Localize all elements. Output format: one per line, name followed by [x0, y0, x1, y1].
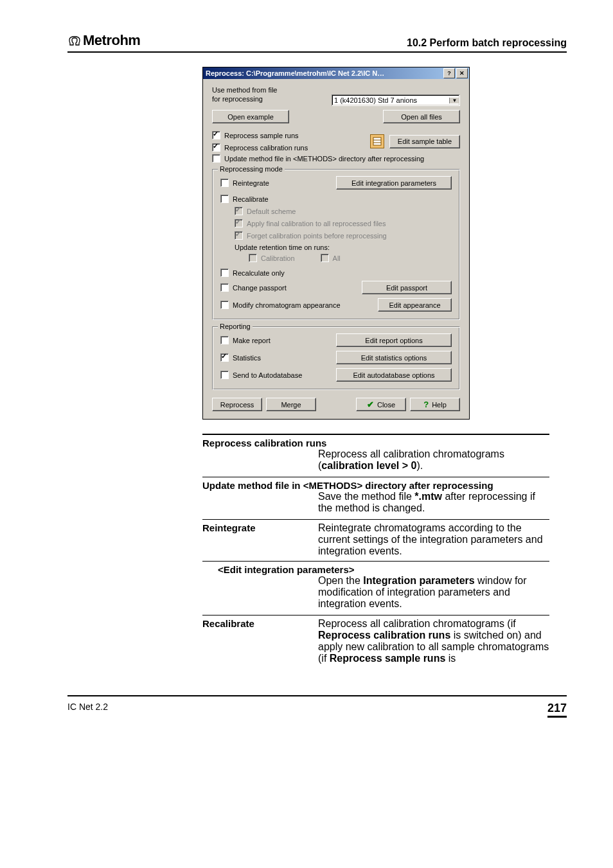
recalculate-only-checkbox[interactable]	[220, 269, 229, 277]
doc-def: Save the method file *.mtw after reproce…	[318, 491, 549, 514]
edit-sample-table-button[interactable]: Edit sample table	[389, 135, 460, 148]
doc-term: Reintegrate	[202, 522, 318, 557]
statistics-checkbox[interactable]	[220, 353, 229, 362]
help-titlebar-button[interactable]: ?	[443, 68, 455, 78]
make-report-label: Make report	[233, 337, 271, 344]
make-report-checkbox[interactable]	[220, 336, 229, 344]
doc-def: Reprocess all calibration chromatograms …	[318, 448, 549, 472]
reporting-group: Reporting Make report Edit report option…	[212, 326, 460, 390]
reprocess-dialog: Reprocess: C:\Programme\metrohm\IC Net 2…	[202, 67, 470, 420]
doc-term: Update method file in <METHODS> director…	[202, 480, 549, 491]
doc-entry: Update method file in <METHODS> director…	[202, 477, 549, 519]
reprocess-sample-checkbox[interactable]	[212, 131, 220, 139]
modify-appearance-label: Modify chromatogram appearance	[233, 301, 341, 309]
page-number: 217	[547, 702, 567, 718]
default-scheme-label: Default scheme	[247, 208, 296, 215]
svg-rect-0	[373, 137, 381, 145]
check-icon: ✔	[367, 400, 374, 409]
recalibrate-label: Recalibrate	[233, 195, 269, 203]
apply-final-checkbox	[235, 219, 243, 227]
brand-text: Metrohm	[83, 32, 140, 49]
forget-points-label: Forget calibration points before reproce…	[247, 232, 387, 240]
footer-product: IC Net 2.2	[67, 702, 108, 718]
omega-icon	[67, 35, 82, 46]
edit-appearance-button[interactable]: Edit appearance	[378, 298, 452, 312]
doc-term: Reprocess calibration runs	[202, 438, 549, 448]
reintegrate-checkbox[interactable]	[220, 179, 229, 187]
group-label-mode: Reprocessing mode	[218, 165, 285, 173]
open-example-button[interactable]: Open example	[212, 110, 289, 123]
doc-entry: Reprocess calibration runs Reprocess all…	[202, 434, 549, 477]
reprocess-sample-label: Reprocess sample runs	[224, 132, 299, 139]
reprocessing-mode-group: Reprocessing mode Reintegrate Edit integ…	[212, 169, 460, 320]
doc-def: Open the Integration parameters window f…	[318, 575, 549, 610]
use-method-label: Use method from file for reprocessing	[212, 85, 277, 103]
question-icon: ?	[423, 400, 429, 409]
recalibrate-checkbox[interactable]	[220, 195, 229, 203]
reintegrate-label: Reintegrate	[233, 179, 269, 187]
brand-logo: Metrohm	[67, 32, 140, 49]
recalculate-only-label: Recalculate only	[233, 269, 285, 277]
doc-def: Reintegrate chromatograms according to t…	[318, 522, 549, 557]
all-checkbox	[321, 254, 329, 262]
open-all-files-button[interactable]: Open all files	[383, 110, 460, 123]
edit-autodatabase-options-button[interactable]: Edit autodatabase options	[336, 368, 452, 382]
edit-statistics-options-button[interactable]: Edit statistics options	[336, 351, 452, 364]
default-scheme-checkbox	[235, 207, 243, 215]
close-button[interactable]: ✔ Close	[356, 398, 406, 411]
change-passport-checkbox[interactable]	[220, 283, 229, 292]
doc-subterm: <Edit integration parameters>	[218, 564, 549, 575]
modify-appearance-checkbox[interactable]	[220, 301, 229, 309]
calibration-label: Calibration	[261, 254, 295, 262]
dialog-titlebar: Reprocess: C:\Programme\metrohm\IC Net 2…	[203, 67, 469, 79]
forget-points-checkbox	[235, 231, 243, 240]
doc-entry: Reintegrate Reintegrate chromatograms ac…	[202, 519, 549, 615]
send-autodatabase-checkbox[interactable]	[220, 371, 229, 379]
edit-passport-button[interactable]: Edit passport	[362, 281, 452, 294]
reprocess-button[interactable]: Reprocess	[212, 398, 262, 411]
edit-report-options-button[interactable]: Edit report options	[336, 333, 452, 347]
doc-term: Recalibrate	[202, 618, 318, 664]
doc-section: Reprocess calibration runs Reprocess all…	[202, 434, 549, 669]
calibration-checkbox	[249, 254, 257, 262]
update-retention-label: Update retention time on runs:	[235, 244, 452, 251]
section-title: 10.2 Perform batch reprocessing	[407, 37, 567, 49]
chevron-down-icon: ▼	[449, 98, 459, 103]
all-label: All	[333, 254, 341, 262]
merge-button[interactable]: Merge	[266, 398, 316, 411]
change-passport-label: Change passport	[233, 284, 287, 292]
doc-entry: Recalibrate Reprocess all calibration ch…	[202, 615, 549, 669]
update-method-checkbox[interactable]	[212, 154, 220, 163]
reprocess-calibration-label: Reprocess calibration runs	[224, 144, 308, 152]
sample-table-icon	[370, 134, 384, 148]
edit-integration-parameters-button[interactable]: Edit integration parameters	[336, 176, 452, 190]
statistics-label: Statistics	[233, 354, 261, 362]
doc-def: Reprocess all calibration chromatograms …	[318, 618, 549, 664]
close-titlebar-button[interactable]: ✕	[456, 68, 468, 78]
apply-final-label: Apply final calibration to all reprocess…	[247, 220, 386, 227]
reprocess-calibration-checkbox[interactable]	[212, 143, 220, 152]
dialog-title: Reprocess: C:\Programme\metrohm\IC Net 2…	[206, 69, 384, 77]
update-method-label: Update method file in <METHODS> director…	[224, 155, 424, 163]
page-footer: IC Net 2.2 217	[67, 695, 567, 718]
group-label-reporting: Reporting	[218, 323, 253, 330]
send-autodatabase-label: Send to Autodatabase	[233, 371, 302, 379]
help-button[interactable]: ? Help	[410, 398, 460, 411]
method-dropdown[interactable]: 1 (k4201630) Std 7 anions ▼	[332, 94, 460, 106]
